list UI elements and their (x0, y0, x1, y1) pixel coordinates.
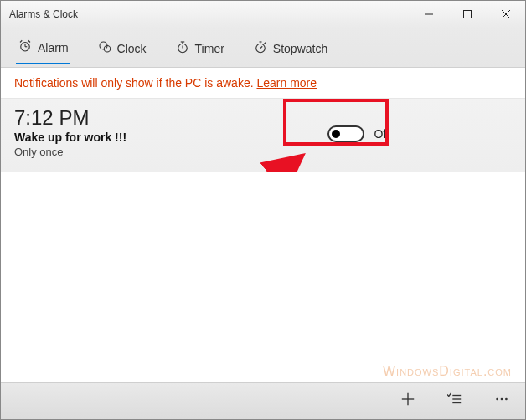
alarm-repeat: Only once (14, 146, 314, 158)
svg-line-7 (20, 40, 22, 42)
alarm-toggle-group: Off (314, 120, 403, 147)
tab-stopwatch[interactable]: Stopwatch (251, 31, 329, 64)
svg-point-26 (501, 398, 503, 401)
alarm-title: Wake up for work !!! (14, 131, 314, 144)
toggle-state-label: Off (374, 127, 389, 141)
tab-label: Stopwatch (273, 42, 327, 55)
add-alarm-button[interactable] (396, 390, 420, 413)
alarm-list-empty-area (1, 172, 525, 407)
tab-label: Timer (195, 42, 224, 55)
tab-timer[interactable]: Timer (173, 31, 226, 64)
more-button[interactable] (490, 390, 513, 413)
toggle-knob (332, 130, 340, 138)
alarm-icon (18, 38, 33, 56)
svg-point-25 (496, 398, 498, 401)
tab-label: Clock (117, 42, 147, 55)
tab-label: Alarm (38, 41, 69, 54)
ellipsis-icon (494, 392, 509, 411)
alarm-item[interactable]: 7:12 PM Wake up for work !!! Only once O… (1, 99, 525, 172)
select-alarms-button[interactable] (443, 390, 467, 413)
alarm-info: 7:12 PM Wake up for work !!! Only once (14, 107, 314, 158)
plus-icon (400, 392, 415, 411)
svg-line-18 (264, 43, 266, 44)
window-title: Alarms & Clock (9, 8, 410, 20)
notification-banner: Notifications will only show if the PC i… (1, 68, 525, 99)
alarm-time: 7:12 PM (14, 107, 314, 129)
tab-alarm[interactable]: Alarm (16, 30, 70, 64)
maximize-button[interactable] (448, 1, 487, 28)
tab-clock[interactable]: Clock (95, 31, 148, 64)
timer-icon (175, 39, 190, 57)
notification-text: Notifications will only show if the PC i… (14, 76, 254, 90)
alarm-toggle[interactable] (327, 125, 364, 142)
tab-bar: Alarm Clock Timer Stopwatch (1, 28, 525, 68)
close-button[interactable] (487, 1, 525, 28)
command-bar (1, 382, 525, 419)
svg-line-8 (28, 40, 30, 42)
learn-more-link[interactable]: Learn more (256, 76, 317, 90)
svg-point-27 (505, 398, 508, 401)
list-select-icon (447, 392, 462, 411)
title-bar: Alarms & Clock (1, 1, 525, 28)
stopwatch-icon (253, 39, 268, 57)
minimize-button[interactable] (410, 1, 448, 28)
svg-line-16 (260, 46, 262, 48)
clock-icon (97, 39, 112, 57)
window-controls (410, 1, 525, 28)
svg-rect-1 (464, 11, 472, 18)
